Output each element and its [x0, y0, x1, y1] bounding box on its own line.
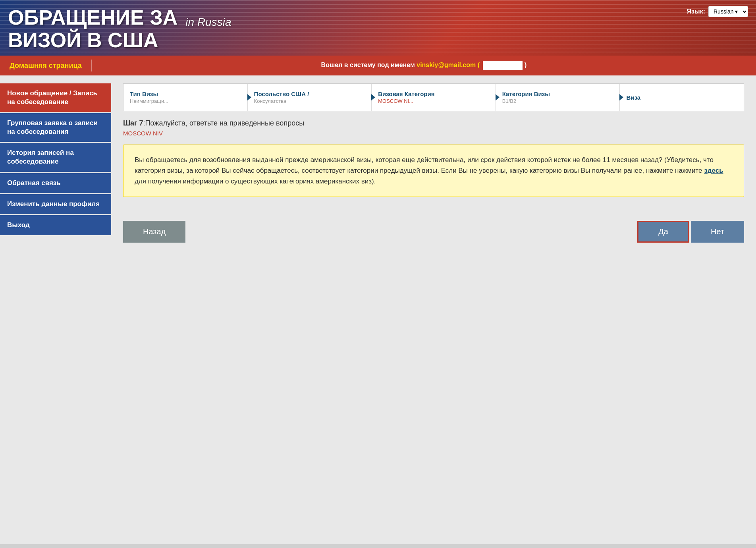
sidebar-item-history[interactable]: История записей на собеседование: [0, 143, 111, 172]
here-link[interactable]: здесь: [704, 167, 723, 174]
main-container: Новое обращение / Запись на собеседовани…: [0, 75, 756, 544]
language-label: Язык:: [687, 8, 705, 15]
header-title-block: ОБРАЩЕНИЕ ЗА ВИЗОЙ В США: [8, 6, 177, 52]
page-title-line1: ОБРАЩЕНИЕ ЗА ВИЗОЙ В США: [8, 6, 177, 52]
yes-no-group: Да Нет: [637, 221, 744, 243]
step-location: MOSCOW NIV: [123, 130, 744, 137]
info-box: Вы обращаетесь для возобновления выданно…: [123, 145, 744, 197]
sidebar-item-new-application[interactable]: Новое обращение / Запись на собеседовани…: [0, 83, 111, 112]
sidebar: Новое обращение / Запись на собеседовани…: [0, 75, 111, 544]
arrow-icon-1: [247, 94, 251, 100]
user-info: Вошел в систему под именем vinskiy@gmail…: [92, 56, 756, 75]
sidebar-item-logout[interactable]: Выход: [0, 215, 111, 235]
step-heading: Шаг 7:Пожалуйста, ответьте на приведенны…: [123, 119, 744, 127]
breadcrumb-step-visa[interactable]: Виза: [620, 84, 744, 111]
home-link[interactable]: Домашняя страница: [0, 56, 91, 75]
header-subtitle: in Russia: [185, 16, 231, 29]
button-row: Назад Да Нет: [123, 213, 744, 243]
no-button[interactable]: Нет: [691, 221, 744, 243]
user-id-box: [483, 61, 523, 70]
breadcrumb-bar: Тип Визы Неиммигращи... Посольство США /…: [123, 83, 744, 111]
breadcrumb-step-embassy[interactable]: Посольство США / Консулатства: [248, 84, 372, 111]
arrow-icon-2: [371, 94, 375, 100]
arrow-icon-4: [619, 94, 623, 100]
language-dropdown[interactable]: Russian ▾ English: [708, 6, 748, 17]
page-header: ОБРАЩЕНИЕ ЗА ВИЗОЙ В США in Russia Язык:…: [0, 0, 756, 56]
back-button[interactable]: Назад: [123, 221, 185, 243]
breadcrumb-step-visa-category[interactable]: Визовая Категория MOSCOW NI...: [372, 84, 496, 111]
breadcrumb-step-visa-type[interactable]: Тип Визы Неиммигращи...: [123, 84, 248, 111]
arrow-icon-3: [496, 94, 499, 100]
sidebar-item-feedback[interactable]: Обратная связь: [0, 173, 111, 193]
sidebar-item-profile[interactable]: Изменить данные профиля: [0, 194, 111, 214]
language-selector[interactable]: Язык: Russian ▾ English: [687, 6, 748, 17]
yes-button[interactable]: Да: [637, 221, 689, 243]
navigation-bar: Домашняя страница Вошел в систему под им…: [0, 56, 756, 75]
content-area: Тип Визы Неиммигращи... Посольство США /…: [111, 75, 756, 544]
sidebar-item-group-application[interactable]: Групповая заявка о записи на собеседован…: [0, 113, 111, 142]
breadcrumb-step-category[interactable]: Категория Визы B1/B2: [496, 84, 620, 111]
